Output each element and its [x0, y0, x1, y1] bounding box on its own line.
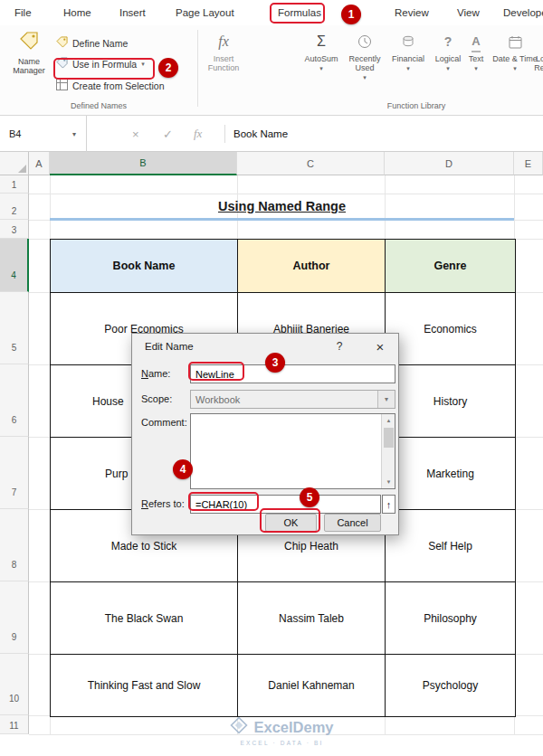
row-header-6[interactable]: 6 — [0, 364, 29, 437]
column-header-b[interactable]: B — [50, 152, 237, 175]
up-arrow-icon: ↑ — [386, 499, 392, 510]
column-header-e[interactable]: E — [514, 152, 543, 175]
ribbon-tab-home[interactable]: Home — [63, 0, 91, 25]
row-header-9[interactable]: 9 — [0, 581, 29, 654]
recently-used-icon — [357, 31, 372, 52]
table-header-book-name[interactable]: Book Name — [51, 240, 238, 293]
row-header-10[interactable]: 10 — [0, 654, 29, 715]
financial-button[interactable]: Financial ▾ — [386, 31, 431, 72]
table-cell[interactable]: History — [386, 365, 515, 438]
row-header-4[interactable]: 4 — [0, 239, 29, 292]
ribbon-tab-page-layout[interactable]: Page Layout — [176, 0, 234, 25]
text-label: Text — [469, 54, 484, 63]
column-header-c[interactable]: C — [237, 152, 385, 175]
ribbon-tab-file[interactable]: File — [14, 0, 32, 25]
ribbon-tab-insert[interactable]: Insert — [119, 0, 146, 25]
chevron-down-icon: ▾ — [513, 65, 517, 72]
column-headers: A B C D E — [0, 152, 543, 175]
refers-to-field-label: Refers to: — [141, 498, 185, 509]
recently-used-button[interactable]: Recently Used ▾ — [342, 31, 387, 81]
name-field-label: Name: — [141, 368, 170, 379]
create-from-selection-label: Create from Selection — [72, 80, 165, 91]
lookup-reference-button[interactable]: Lookup & Reference — [530, 31, 543, 72]
insert-function-fx-icon[interactable]: fx — [194, 116, 202, 152]
name-box-caret-icon[interactable]: ▾ — [72, 130, 76, 138]
column-header-a[interactable]: A — [29, 152, 50, 175]
row-header-11[interactable]: 11 — [0, 715, 29, 734]
comment-field-label: Comment: — [141, 417, 187, 428]
dialog-help-button[interactable]: ? — [328, 334, 351, 359]
column-header-d[interactable]: D — [385, 152, 514, 175]
annotation-step-4: 4 — [173, 459, 193, 479]
table-header-genre[interactable]: Genre — [386, 240, 515, 293]
autosum-label: AutoSum — [304, 54, 338, 63]
table-cell[interactable]: Marketing — [386, 438, 515, 510]
scope-dropdown-value: Workbook — [195, 394, 240, 405]
annotation-box-formulas-tab — [270, 3, 325, 24]
row-header-2[interactable]: 2 — [0, 194, 29, 220]
annotation-step-5: 5 — [300, 487, 319, 507]
define-name-button[interactable]: Define Name — [56, 34, 128, 52]
define-name-label: Define Name — [72, 38, 128, 49]
collapse-dialog-range-button[interactable]: ↑ — [382, 495, 395, 514]
chevron-down-icon: ▾ — [446, 65, 450, 72]
dialog-close-icon[interactable]: × — [360, 334, 400, 359]
comment-scrollbar[interactable]: ▲ ▼ — [381, 414, 395, 488]
table-header-author[interactable]: Author — [238, 240, 386, 293]
row-header-1[interactable]: 1 — [0, 175, 29, 194]
cancel-button[interactable]: Cancel — [324, 514, 381, 532]
table-cell[interactable]: Self Help — [386, 510, 515, 582]
chevron-down-icon: ▾ — [474, 65, 478, 72]
table-cell[interactable]: Thinking Fast and Slow — [51, 655, 238, 716]
defined-names-group-label: Defined Names — [0, 101, 197, 110]
ribbon-tab-developer[interactable]: Developer — [503, 0, 543, 25]
autosum-button[interactable]: Σ AutoSum ▾ — [299, 31, 344, 72]
date-time-icon — [509, 31, 522, 52]
logical-label: Logical — [435, 54, 462, 63]
annotation-step-2: 2 — [158, 58, 178, 78]
annotation-box-name-value — [188, 362, 244, 381]
table-cell[interactable]: Psychology — [386, 655, 515, 716]
row-header-7[interactable]: 7 — [0, 437, 29, 509]
formula-bar-separator — [224, 125, 225, 143]
formula-bar: B4 ▾ × ✓ fx Book Name — [0, 116, 543, 152]
row-header-8[interactable]: 8 — [0, 509, 29, 581]
ribbon-tab-review[interactable]: Review — [395, 0, 429, 25]
table-cell[interactable]: The Black Swan — [51, 582, 238, 655]
exceldemy-logo-icon — [230, 716, 248, 738]
enter-entry-icon[interactable]: ✓ — [163, 116, 173, 152]
autosum-icon: Σ — [317, 31, 326, 52]
select-all-triangle-icon — [18, 165, 26, 173]
insert-function-button[interactable]: fx Insert Function — [201, 31, 246, 72]
function-library-group-label: Function Library — [235, 101, 543, 110]
formula-bar-content[interactable]: Book Name — [233, 116, 288, 152]
scroll-up-icon[interactable]: ▲ — [382, 414, 395, 427]
row-header-5[interactable]: 5 — [0, 292, 29, 364]
scroll-down-icon[interactable]: ▼ — [382, 476, 395, 488]
name-manager-button[interactable]: Name Manager — [5, 31, 52, 75]
financial-icon — [401, 31, 415, 52]
table-cell[interactable]: Philosophy — [386, 582, 515, 655]
name-box-value: B4 — [9, 128, 21, 139]
annotation-step-1: 1 — [341, 5, 361, 24]
table-cell[interactable]: Nassim Taleb — [238, 582, 386, 655]
scope-dropdown[interactable]: Workbook ▾ — [190, 390, 395, 409]
select-all-corner[interactable] — [0, 152, 29, 175]
scrollbar-thumb[interactable] — [384, 428, 394, 448]
chevron-down-icon: ▾ — [319, 65, 323, 72]
sheet-title: Using Named Range — [50, 194, 514, 218]
dialog-title: Edit Name — [145, 334, 194, 359]
create-from-selection-icon — [56, 79, 68, 92]
text-icon: A — [472, 31, 480, 52]
scope-dropdown-caret-icon[interactable]: ▾ — [377, 391, 395, 408]
cancel-entry-icon[interactable]: × — [132, 116, 139, 152]
comment-textarea[interactable]: ▲ ▼ — [190, 413, 395, 489]
table-cell[interactable]: Economics — [386, 293, 515, 365]
table-cell[interactable]: Daniel Kahneman — [238, 655, 386, 716]
ribbon-tab-view[interactable]: View — [457, 0, 480, 25]
row-header-3[interactable]: 3 — [0, 220, 29, 239]
text-button[interactable]: A Text ▾ — [460, 31, 492, 72]
define-name-icon — [56, 36, 68, 50]
name-box[interactable]: B4 ▾ — [0, 116, 87, 152]
lookup-reference-label: Lookup & Reference — [530, 54, 543, 72]
